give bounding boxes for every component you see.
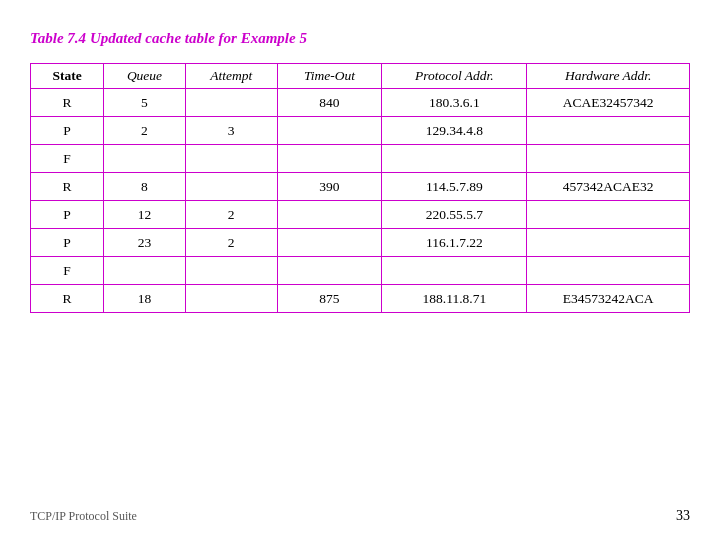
cell-3-5: 457342ACAE32 bbox=[527, 173, 690, 201]
title-bold: Table 7.4 bbox=[30, 30, 86, 46]
cell-0-1: 5 bbox=[104, 89, 186, 117]
table-row: F bbox=[31, 257, 690, 285]
cell-2-3 bbox=[277, 145, 382, 173]
table-row: P23129.34.4.8 bbox=[31, 117, 690, 145]
cell-3-2 bbox=[185, 173, 277, 201]
cell-2-0: F bbox=[31, 145, 104, 173]
header-cell-4: Protocol Addr. bbox=[382, 64, 527, 89]
table-row: P232116.1.7.22 bbox=[31, 229, 690, 257]
cell-4-2: 2 bbox=[185, 201, 277, 229]
table-row: F bbox=[31, 145, 690, 173]
cell-5-0: P bbox=[31, 229, 104, 257]
table-body: R5840180.3.6.1ACAE32457342P23129.34.4.8F… bbox=[31, 89, 690, 313]
footer: TCP/IP Protocol Suite 33 bbox=[30, 508, 690, 524]
cell-6-2 bbox=[185, 257, 277, 285]
cell-3-3: 390 bbox=[277, 173, 382, 201]
cell-7-4: 188.11.8.71 bbox=[382, 285, 527, 313]
cell-6-0: F bbox=[31, 257, 104, 285]
cell-0-5: ACAE32457342 bbox=[527, 89, 690, 117]
cell-6-1 bbox=[104, 257, 186, 285]
cell-7-0: R bbox=[31, 285, 104, 313]
cell-6-4 bbox=[382, 257, 527, 285]
footer-left: TCP/IP Protocol Suite bbox=[30, 509, 137, 524]
page-container: Table 7.4 Updated cache table for Exampl… bbox=[0, 0, 720, 540]
cell-5-3 bbox=[277, 229, 382, 257]
cell-0-4: 180.3.6.1 bbox=[382, 89, 527, 117]
cell-3-4: 114.5.7.89 bbox=[382, 173, 527, 201]
cell-5-4: 116.1.7.22 bbox=[382, 229, 527, 257]
table-header: StateQueueAttemptTime-OutProtocol Addr.H… bbox=[31, 64, 690, 89]
header-cell-2: Attempt bbox=[185, 64, 277, 89]
table-row: P122220.55.5.7 bbox=[31, 201, 690, 229]
table-row: R5840180.3.6.1ACAE32457342 bbox=[31, 89, 690, 117]
header-row: StateQueueAttemptTime-OutProtocol Addr.H… bbox=[31, 64, 690, 89]
cell-0-0: R bbox=[31, 89, 104, 117]
cell-2-1 bbox=[104, 145, 186, 173]
cell-0-2 bbox=[185, 89, 277, 117]
cell-1-3 bbox=[277, 117, 382, 145]
cell-4-3 bbox=[277, 201, 382, 229]
cell-4-1: 12 bbox=[104, 201, 186, 229]
cell-1-4: 129.34.4.8 bbox=[382, 117, 527, 145]
cell-3-0: R bbox=[31, 173, 104, 201]
cell-2-4 bbox=[382, 145, 527, 173]
footer-right: 33 bbox=[676, 508, 690, 524]
cell-7-3: 875 bbox=[277, 285, 382, 313]
cache-table: StateQueueAttemptTime-OutProtocol Addr.H… bbox=[30, 63, 690, 313]
cell-4-5 bbox=[527, 201, 690, 229]
cell-6-5 bbox=[527, 257, 690, 285]
cell-5-2: 2 bbox=[185, 229, 277, 257]
table-row: R18875188.11.8.71E34573242ACA bbox=[31, 285, 690, 313]
cell-1-1: 2 bbox=[104, 117, 186, 145]
cell-1-2: 3 bbox=[185, 117, 277, 145]
cell-7-2 bbox=[185, 285, 277, 313]
cell-4-0: P bbox=[31, 201, 104, 229]
cell-2-2 bbox=[185, 145, 277, 173]
header-cell-0: State bbox=[31, 64, 104, 89]
cell-4-4: 220.55.5.7 bbox=[382, 201, 527, 229]
header-cell-5: Hardware Addr. bbox=[527, 64, 690, 89]
cell-1-0: P bbox=[31, 117, 104, 145]
title-rest: Updated cache table for Example 5 bbox=[86, 30, 307, 46]
cell-1-5 bbox=[527, 117, 690, 145]
header-cell-1: Queue bbox=[104, 64, 186, 89]
table-row: R8390114.5.7.89457342ACAE32 bbox=[31, 173, 690, 201]
cell-5-1: 23 bbox=[104, 229, 186, 257]
cell-7-5: E34573242ACA bbox=[527, 285, 690, 313]
cell-0-3: 840 bbox=[277, 89, 382, 117]
cell-2-5 bbox=[527, 145, 690, 173]
header-cell-3: Time-Out bbox=[277, 64, 382, 89]
cell-6-3 bbox=[277, 257, 382, 285]
cell-7-1: 18 bbox=[104, 285, 186, 313]
cell-5-5 bbox=[527, 229, 690, 257]
cell-3-1: 8 bbox=[104, 173, 186, 201]
table-title: Table 7.4 Updated cache table for Exampl… bbox=[30, 30, 690, 47]
